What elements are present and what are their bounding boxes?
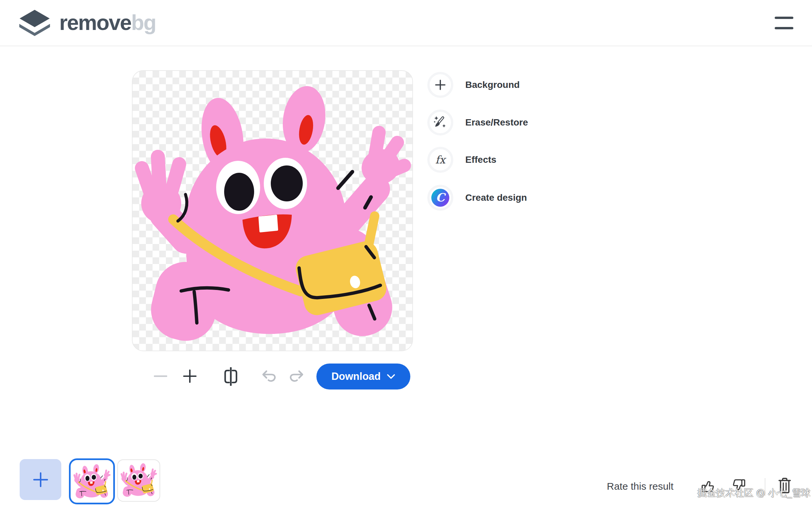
removebg-logo[interactable]: removebg [19,7,156,38]
thumbnail-image [119,461,159,500]
thumbnail-selected[interactable] [69,458,115,504]
download-label: Download [331,370,381,383]
hamburger-icon[interactable] [775,15,795,31]
tool-item-label: Create design [465,192,527,203]
tool-item-label: Effects [465,154,496,165]
undo-icon[interactable] [260,369,278,384]
removebg-editor-page: removebg [0,0,812,510]
tool-item-label: Erase/Restore [465,117,528,128]
canva-glyph: C [436,191,445,204]
thumbs-down-icon[interactable] [731,477,747,494]
divider [765,478,765,496]
brand-text: removebg [59,10,156,35]
thumbnail-2[interactable] [117,459,160,502]
tool-item-effects[interactable]: fx Effects [427,147,496,173]
zoom-out-icon[interactable] [153,369,168,384]
brand-primary: remove [59,11,131,35]
download-button[interactable]: Download [316,363,410,389]
trash-icon[interactable] [778,477,791,495]
result-image-bunny [133,71,412,351]
magic-brush-icon [427,110,453,136]
redo-icon[interactable] [288,369,306,384]
fx-glyph: fx [435,153,445,166]
brand-secondary: bg [131,11,156,35]
compare-icon[interactable] [223,367,239,386]
plus-icon [427,72,453,98]
tool-item-create-design[interactable]: C Create design [427,184,527,211]
rate-this-result-label: Rate this result [607,481,673,492]
zoom-in-icon[interactable] [182,369,197,384]
thumbs-up-icon[interactable] [700,478,716,496]
tool-item-background[interactable]: Background [427,71,520,98]
add-image-button[interactable] [20,459,61,500]
header: removebg [0,0,812,46]
fx-icon: fx [427,147,453,173]
canva-icon: C [427,185,453,211]
image-canvas[interactable] [132,70,413,351]
thumbnail-image [72,462,112,501]
chevron-down-icon [387,374,395,379]
layers-icon [19,9,51,37]
tool-item-label: Background [465,80,520,90]
plus-icon [33,472,49,488]
tool-item-erase-restore[interactable]: Erase/Restore [427,109,528,136]
